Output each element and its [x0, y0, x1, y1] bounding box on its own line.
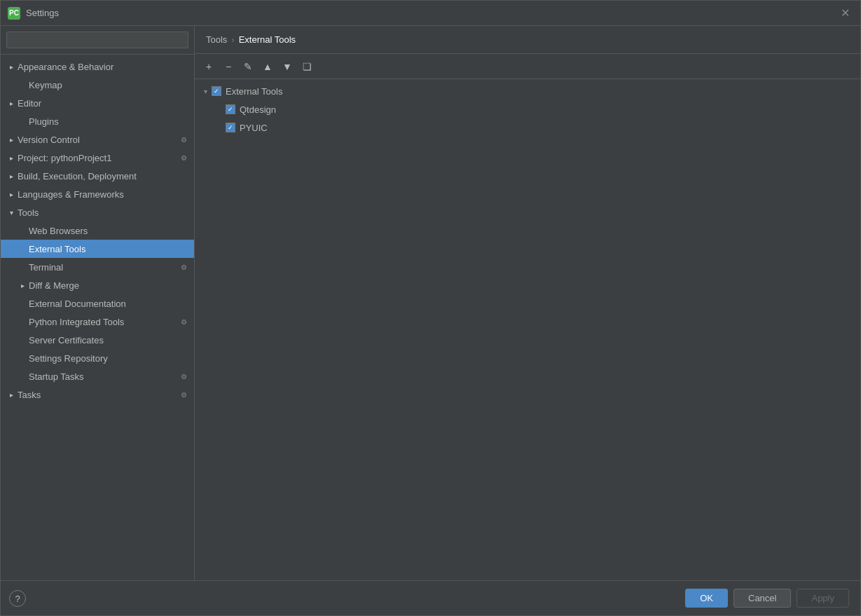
- arrow-icon: [18, 335, 27, 345]
- copy-button[interactable]: ❏: [298, 58, 315, 75]
- close-button[interactable]: ✕: [836, 5, 853, 22]
- sidebar-item-label: Startup Tasks: [29, 371, 176, 382]
- settings-icon: ⚙: [179, 153, 188, 163]
- tree-checkbox[interactable]: [226, 123, 235, 132]
- sidebar-item-label: Project: pythonProject1: [18, 153, 176, 163]
- tree-item-qtdesign[interactable]: Qtdesign: [195, 100, 860, 118]
- sidebar-item-label: Appearance & Behavior: [18, 62, 188, 72]
- sidebar-item-label: Editor: [18, 98, 188, 109]
- arrow-icon: [18, 116, 27, 126]
- sidebar-item-tasks[interactable]: Tasks ⚙: [1, 385, 194, 404]
- arrow-icon: [18, 244, 27, 254]
- tree-arrow-placeholder: [214, 123, 224, 132]
- tree-checkbox[interactable]: [226, 104, 235, 114]
- sidebar-item-label: Keymap: [29, 80, 188, 90]
- dialog-title: Settings: [26, 8, 836, 18]
- settings-icon: ⚙: [179, 371, 188, 381]
- tree-item-label: Qtdesign: [240, 104, 276, 115]
- sidebar-item-external-docs[interactable]: External Documentation: [1, 294, 194, 313]
- arrow-icon: [18, 299, 27, 308]
- sidebar-item-server-certs[interactable]: Server Certificates: [1, 331, 194, 349]
- apply-button[interactable]: Apply: [797, 589, 849, 608]
- sidebar-item-label: External Documentation: [29, 299, 188, 309]
- breadcrumb-separator: ›: [231, 34, 234, 45]
- sidebar-item-diff-merge[interactable]: Diff & Merge: [1, 276, 194, 294]
- cancel-button[interactable]: Cancel: [733, 589, 791, 608]
- arrow-icon: [6, 98, 16, 108]
- arrow-icon: [6, 390, 16, 399]
- sidebar-item-web-browsers[interactable]: Web Browsers: [1, 221, 194, 240]
- tree-item-external-tools-group[interactable]: External Tools: [195, 82, 860, 100]
- sidebar-item-label: Plugins: [29, 116, 188, 127]
- settings-icon: ⚙: [179, 390, 188, 399]
- settings-icon: ⚙: [179, 135, 188, 144]
- sidebar-item-python-tools[interactable]: Python Integrated Tools ⚙: [1, 313, 194, 331]
- nav-tree: Appearance & Behavior Keymap Editor Plug…: [1, 55, 194, 580]
- tree-item-pyuic[interactable]: PYUIC: [195, 118, 860, 137]
- remove-button[interactable]: −: [220, 58, 237, 75]
- breadcrumb-current: External Tools: [239, 34, 296, 45]
- arrow-icon: [18, 280, 27, 290]
- arrow-icon: [18, 80, 27, 90]
- tree-arrow-icon: [200, 86, 210, 96]
- arrow-icon: [6, 189, 16, 199]
- arrow-icon: [18, 371, 27, 381]
- sidebar-item-label: Python Integrated Tools: [29, 317, 176, 327]
- arrow-icon: [6, 171, 16, 181]
- sidebar-item-label: Settings Repository: [29, 353, 188, 364]
- sidebar-item-label: Languages & Frameworks: [18, 189, 188, 200]
- sidebar-item-languages[interactable]: Languages & Frameworks: [1, 185, 194, 203]
- arrow-icon: [18, 317, 27, 327]
- arrow-icon: [18, 262, 27, 272]
- main-panel: Tools › External Tools + − ✎ ▲ ▼ ❏ Exter…: [195, 26, 860, 580]
- edit-button[interactable]: ✎: [240, 58, 256, 75]
- settings-icon: ⚙: [179, 262, 188, 272]
- search-input[interactable]: [6, 32, 188, 48]
- tree-area: External Tools Qtdesign PYUIC: [195, 79, 860, 580]
- tree-item-label: PYUIC: [240, 123, 268, 133]
- breadcrumb: Tools › External Tools: [195, 26, 860, 54]
- tree-arrow-placeholder: [214, 104, 224, 114]
- sidebar-item-appearance[interactable]: Appearance & Behavior: [1, 57, 194, 76]
- tree-item-label: External Tools: [226, 86, 282, 97]
- arrow-icon: [6, 62, 16, 71]
- sidebar-item-editor[interactable]: Editor: [1, 94, 194, 112]
- toolbar: + − ✎ ▲ ▼ ❏: [195, 54, 860, 79]
- sidebar-item-label: Tools: [18, 207, 188, 218]
- arrow-icon: [6, 153, 16, 163]
- settings-dialog: PC Settings ✕ Appearance & Behavior Keym…: [0, 0, 861, 616]
- sidebar-item-settings-repo[interactable]: Settings Repository: [1, 349, 194, 367]
- arrow-icon: [6, 135, 16, 144]
- sidebar-item-terminal[interactable]: Terminal ⚙: [1, 258, 194, 276]
- tree-checkbox[interactable]: [212, 86, 221, 96]
- arrow-icon: [18, 353, 27, 363]
- sidebar-item-plugins[interactable]: Plugins: [1, 112, 194, 130]
- sidebar-item-project[interactable]: Project: pythonProject1 ⚙: [1, 149, 194, 167]
- sidebar-item-keymap[interactable]: Keymap: [1, 76, 194, 94]
- move-up-button[interactable]: ▲: [259, 58, 276, 75]
- ok-button[interactable]: OK: [685, 589, 728, 608]
- help-button[interactable]: ?: [9, 590, 26, 607]
- sidebar-item-tools[interactable]: Tools: [1, 203, 194, 221]
- sidebar-item-label: Version Control: [18, 135, 176, 145]
- sidebar-item-label: External Tools: [29, 244, 188, 254]
- sidebar-item-build[interactable]: Build, Execution, Deployment: [1, 167, 194, 185]
- sidebar-item-version-control[interactable]: Version Control ⚙: [1, 130, 194, 149]
- sidebar-item-external-tools[interactable]: External Tools: [1, 240, 194, 258]
- move-down-button[interactable]: ▼: [279, 58, 296, 75]
- sidebar-item-startup-tasks[interactable]: Startup Tasks ⚙: [1, 367, 194, 385]
- sidebar: Appearance & Behavior Keymap Editor Plug…: [1, 26, 195, 580]
- search-box: [1, 26, 194, 55]
- sidebar-item-label: Server Certificates: [29, 335, 188, 345]
- content-area: Appearance & Behavior Keymap Editor Plug…: [1, 26, 860, 580]
- sidebar-item-label: Web Browsers: [29, 226, 188, 236]
- add-button[interactable]: +: [200, 58, 217, 75]
- footer: OK Cancel Apply: [1, 580, 860, 615]
- sidebar-item-label: Diff & Merge: [29, 280, 188, 291]
- app-icon: PC: [8, 7, 20, 20]
- sidebar-item-label: Build, Execution, Deployment: [18, 171, 188, 182]
- breadcrumb-root: Tools: [206, 34, 227, 45]
- arrow-icon: [18, 226, 27, 235]
- arrow-icon: [6, 207, 16, 217]
- sidebar-item-label: Tasks: [18, 390, 176, 400]
